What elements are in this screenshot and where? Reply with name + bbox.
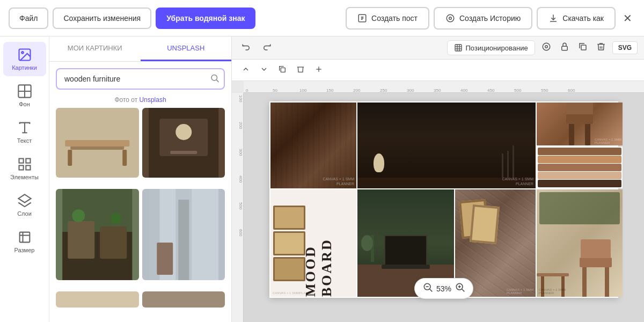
download-icon [548,13,558,23]
svg-rect-34 [100,226,127,259]
svg-point-20 [211,75,217,81]
svg-rect-51 [561,46,567,50]
mb-cell-mood-text[interactable]: MOOD BOARD CANVAS × 1 SMMPLANNER [270,189,356,297]
element-toolbar [232,60,644,81]
svg-point-4 [447,14,454,22]
color-picker-button[interactable] [539,40,553,56]
panel: МОИ КАРТИНКИ UNSPLASH Фото от Unsplash [49,36,232,322]
create-story-button[interactable]: Создать Историю [434,7,532,30]
svg-line-21 [216,80,218,82]
panel-tabs: МОИ КАРТИНКИ UNSPLASH [49,36,231,62]
svg-rect-44 [455,45,462,51]
download-button[interactable]: Скачать как [537,7,616,30]
sidebar-item-layers[interactable]: Слои [3,188,46,222]
layers-icon [17,193,32,208]
canvas-content[interactable]: CANVAS × 1 SMMPLANNER CANVAS × 1 SMMPLAN… [244,93,644,322]
main-layout: Картинки Фон Текст Элементы [0,36,644,322]
plus-icon [314,65,323,74]
sidebar-item-background[interactable]: Фон [3,78,46,113]
svg-rect-41 [178,200,189,280]
svg-point-49 [543,43,550,50]
list-item[interactable] [56,108,139,178]
search-input[interactable] [56,68,225,90]
chevron-down-icon [260,65,268,74]
photo-preview [142,189,225,280]
add-element-button[interactable] [311,63,326,77]
delete-element-button[interactable] [293,63,308,77]
undo-button[interactable] [238,40,254,56]
svg-marker-16 [18,194,31,202]
create-post-icon [357,13,367,23]
search-button[interactable] [210,74,219,85]
canvas-right-toolbar: Позиционирование [447,40,638,56]
delete-button[interactable] [594,40,608,56]
zoom-in-icon [455,282,465,292]
copy-icon [278,65,287,74]
create-story-icon [445,13,455,23]
undo-icon [241,42,251,52]
canvas-paper[interactable]: CANVAS × 1 SMMPLANNER CANVAS × 1 SMMPLAN… [269,101,618,298]
photo-grid [49,108,231,322]
photo-preview [56,291,139,308]
watermark-1: CANVAS × 1 SMMPLANNER [323,177,354,186]
redo-button[interactable] [259,40,275,56]
unsplash-credit: Фото от Unsplash [49,96,231,104]
close-button[interactable]: ✕ [620,9,635,28]
svg-rect-43 [163,291,204,308]
text-icon [17,120,32,135]
save-button[interactable]: Сохранить изменения [53,8,151,29]
svg-rect-25 [122,150,127,166]
lock-icon [560,42,569,52]
search-box [56,68,225,90]
mood-board-title: MOOD BOARD [303,189,335,297]
tab-unsplash[interactable]: UNSPLASH [141,36,232,61]
zoom-bar: 53% [414,278,473,299]
positioning-button[interactable]: Позиционирование [447,40,535,55]
lock-button[interactable] [558,40,572,56]
mb-cell-2[interactable]: CANVAS × 1 SMMPLANNER [357,103,536,188]
unsplash-link[interactable]: Unsplash [140,96,166,104]
zoom-in-button[interactable] [455,282,465,295]
sidebar-item-images[interactable]: Картинки [3,42,46,76]
svg-rect-52 [581,45,586,50]
photo-preview [56,108,139,178]
create-post-button[interactable]: Создать пост [346,7,429,30]
remove-watermark-button[interactable]: Убрать водяной знак [156,8,255,29]
mb-cell-1[interactable]: CANVAS × 1 SMMPLANNER [270,103,356,188]
svg-rect-33 [68,221,94,259]
mb-cell-chair2[interactable]: CANVAS × 1 SMMPLANNER [537,189,623,297]
zoom-out-icon [422,282,433,292]
size-icon [17,230,32,245]
list-item[interactable] [56,291,139,308]
mb-cell-3[interactable]: CANVAS × 1 SMMPLANNER [537,103,623,188]
sidebar: Картинки Фон Текст Элементы [0,36,49,322]
svg-rect-17 [19,232,30,243]
image-icon [17,47,32,62]
move-down-button[interactable] [257,63,272,77]
svg-rect-30 [170,151,197,154]
svg-rect-42 [76,291,118,308]
duplicate-button[interactable] [576,40,590,56]
list-item[interactable] [142,291,225,308]
svg-rect-40 [157,243,173,275]
svg-point-36 [111,213,121,224]
elements-icon [17,157,32,172]
redo-icon [262,42,272,52]
list-item[interactable] [56,189,139,280]
color-icon [541,42,551,52]
ruler-top: 0 50 100 150 200 250 300 350 400 450 500… [244,81,644,93]
sidebar-item-text[interactable]: Текст [3,115,46,149]
zoom-out-button[interactable] [422,282,433,295]
file-button[interactable]: Файл [9,8,48,29]
list-item[interactable] [142,189,225,280]
tab-my-images[interactable]: МОИ КАРТИНКИ [49,36,141,61]
list-item[interactable] [142,108,225,178]
copy-element-button[interactable] [275,63,290,77]
canvas-scroll-area[interactable]: 0 50 100 150 200 250 300 350 400 450 500… [232,81,644,322]
chevron-up-icon [241,65,250,74]
move-up-button[interactable] [238,63,253,77]
sidebar-item-elements[interactable]: Элементы [3,151,46,186]
canvas-top-toolbar: Позиционирование [232,36,644,60]
sidebar-item-size[interactable]: Размер [3,224,46,259]
photo-preview [56,189,139,280]
